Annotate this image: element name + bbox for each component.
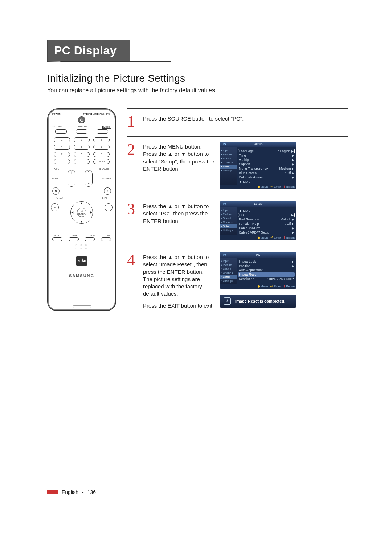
- section-tab: PC Display: [47, 40, 130, 61]
- number-pad: 1 2 3 4 5 6 7 8 9 – 0 PRE-CH: [54, 137, 110, 164]
- label-antenna: ANTENNA: [52, 126, 63, 129]
- side-item: ▪Sound: [220, 267, 237, 271]
- side-item: ▪Channel: [220, 161, 237, 165]
- label-mute: MUTE: [52, 177, 58, 179]
- info-icon: i: [224, 297, 231, 305]
- label-chpage: CH/PAGE: [99, 168, 109, 170]
- label-info: INFO: [102, 197, 107, 199]
- tvguide-logo: TV GUIDE: [76, 256, 87, 266]
- side-item: ▪Setup: [220, 165, 237, 169]
- step-number: 3: [127, 201, 139, 240]
- menu-row: CableCARD™ Setup ▶: [238, 230, 295, 235]
- step-2: 2 Press the MENU button. Press the ▲ or …: [127, 136, 348, 196]
- side-item: ▪Sound: [220, 157, 237, 161]
- label-vol: VOL: [54, 168, 59, 170]
- menu-row: Function Help: Off ▶: [238, 222, 295, 226]
- side-item: ▪Input: [220, 208, 237, 212]
- dpad: ▲ ▼ ◀ ▶ ⏎ENTER: [70, 201, 93, 224]
- menu-row: Position ▶: [238, 264, 295, 268]
- side-item: ▪Setup: [220, 224, 237, 228]
- ring-right: ⟳: [105, 203, 113, 211]
- menu-row: Image Lock ▶: [238, 259, 295, 264]
- menu-row: Port Selection: G-Link ▶: [238, 217, 295, 222]
- btn-tvguide: [76, 129, 87, 134]
- menu-row: Time ▶: [238, 153, 295, 158]
- menu-row: ▲ More: [238, 208, 295, 213]
- side-item: ▪Picture: [220, 212, 237, 216]
- label-mode: MODE: [102, 126, 111, 129]
- page-intro: You can replace all picture settings wit…: [47, 87, 348, 94]
- menu-row: Auto Adjustment: [238, 268, 295, 272]
- step-number: 2: [127, 142, 139, 189]
- side-item: ▪Channel: [220, 271, 237, 275]
- menu-row: Menu Transparency: Medium ▶: [238, 166, 295, 171]
- ring-left: ⟲: [51, 203, 59, 211]
- steps-list: 1 Press the SOURCE button to select "PC"…: [127, 108, 348, 320]
- power-icon: ⏻: [78, 116, 85, 123]
- step-text: Press the SOURCE button to select "PC".: [143, 115, 348, 122]
- footer-accent: [47, 490, 58, 494]
- info-bar: i Image Reset is completed.: [220, 295, 296, 308]
- side-item: ▪Setup: [220, 275, 237, 279]
- page-subhead: Initializing the Picture Settings: [47, 73, 348, 84]
- label-power: POWER: [52, 113, 61, 115]
- side-item: ▪Picture: [220, 263, 237, 267]
- step-text: Press the MENU button. Press the ▲ or ▼ …: [143, 143, 216, 173]
- remote-illustration: POWER TV STB VCR CABLE DVD ⏻ ANTENNA TV …: [47, 108, 116, 311]
- menu-row: PC ▶: [238, 213, 295, 217]
- side-item: ▪Input: [220, 259, 237, 263]
- btn-mode: [97, 129, 108, 134]
- side-item: ▪Input: [220, 149, 237, 153]
- menu-row: CableCARD™ ▶: [238, 226, 295, 230]
- menu-row: Blue Screen: Off ▶: [238, 171, 295, 175]
- page-footer: English - 136: [47, 489, 96, 495]
- menu-row: Image Reset: [238, 272, 295, 277]
- label-source: SOURCE: [102, 177, 111, 179]
- footer-page: 136: [87, 489, 96, 495]
- side-item: ▪Listings: [220, 169, 237, 173]
- side-item: ▪Listings: [220, 279, 237, 283]
- step-4: 4 Press the ▲ or ▼ button to select "Ima…: [127, 247, 348, 320]
- menu-row: Resolution: 1024 x 768, 60Hz: [238, 277, 295, 281]
- menu-row: V-Chip ▶: [238, 158, 295, 162]
- btn-antenna: [55, 129, 67, 134]
- side-item: ▪Sound: [220, 216, 237, 220]
- label-anynet: Anynet: [56, 197, 63, 199]
- mode-tabs: TV STB VCR CABLE DVD: [82, 113, 111, 115]
- mute-icon: ✕: [52, 187, 60, 195]
- menu-row: ▼ More: [238, 179, 295, 184]
- brand-label: SAMSUNG: [51, 273, 113, 278]
- menu-row: Language: English ▶: [238, 149, 295, 153]
- step-number: 4: [127, 252, 139, 314]
- label-tvguide: TV Guide: [78, 126, 87, 129]
- menu-row: Color Weakness ▶: [238, 175, 295, 179]
- step-number: 1: [127, 114, 139, 130]
- step-3: 3 Press the ▲ or ▼ button to select "PC"…: [127, 196, 348, 247]
- osd-step4: TVPC ▪Input▪Picture▪Sound▪Channel▪Setup▪…: [220, 252, 296, 308]
- info-text: Image Reset is completed.: [235, 299, 285, 303]
- footer-lang: English: [62, 489, 78, 495]
- menu-row: Caption ▶: [238, 162, 295, 166]
- osd-step2: TVSetup ▪Input▪Picture▪Sound▪Channel▪Set…: [220, 142, 296, 189]
- side-item: ▪Channel: [220, 220, 237, 224]
- side-item: ▪Listings: [220, 228, 237, 232]
- step-1: 1 Press the SOURCE button to select "PC"…: [127, 108, 348, 136]
- step-text: Press the ▲ or ▼ button to select "Image…: [143, 254, 216, 298]
- step-text: Press the ▲ or ▼ button to select "PC", …: [143, 203, 216, 225]
- source-icon: ○: [104, 187, 111, 195]
- osd-step3: TVSetup ▪Input▪Picture▪Sound▪Channel▪Set…: [220, 201, 296, 240]
- side-item: ▪Picture: [220, 153, 237, 157]
- dots: ○ ○ ○○ ○ ○: [51, 243, 113, 250]
- step-text-2: Press the EXIT button to exit.: [143, 302, 216, 309]
